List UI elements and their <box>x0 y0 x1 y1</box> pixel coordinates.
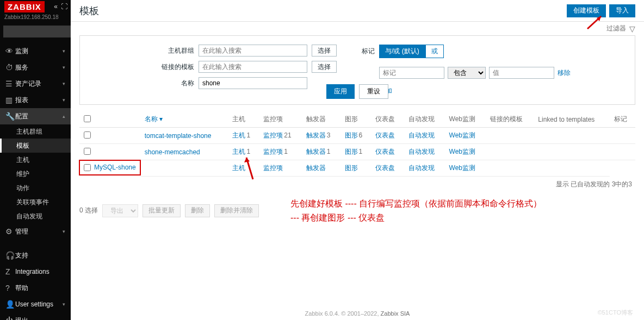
col-tags[interactable]: 标记 <box>610 111 635 128</box>
hosts-link[interactable]: 主机 <box>232 164 245 172</box>
massupdate-button[interactable]: 批量更新 <box>143 204 181 217</box>
graphs-link[interactable]: 图形 <box>345 164 358 172</box>
sub-hostgroups[interactable]: 主机群组 <box>0 124 71 139</box>
tag-or-button[interactable]: 或 <box>425 45 444 58</box>
title-actions: 创建模板 导入 <box>567 4 635 17</box>
dash-link[interactable]: 仪表盘 <box>375 164 395 172</box>
hosts-link[interactable]: 主机 <box>232 131 245 139</box>
nav-usersettings[interactable]: 👤User settings▾ <box>0 296 71 312</box>
import-button[interactable]: 导入 <box>609 4 635 17</box>
collapse-icon[interactable]: « <box>54 3 58 10</box>
fullscreen-icon[interactable]: ⛶ <box>61 3 67 10</box>
footer-link[interactable]: Zabbix SIA <box>381 310 410 317</box>
disc-link[interactable]: 自动发现 <box>408 148 435 155</box>
filter-icon[interactable]: ▽ <box>629 24 635 33</box>
web-link[interactable]: Web监测 <box>449 148 475 155</box>
triggers-link[interactable]: 触发器 <box>306 131 326 139</box>
annotation-line1: 先创建好模板 ---- 自行编写监控项（依据前面脚本和命令行格式） <box>290 197 542 211</box>
dash-link[interactable]: 仪表盘 <box>375 131 395 139</box>
bar-icon: ▥ <box>5 96 15 104</box>
col-discovery[interactable]: 自动发现 <box>404 111 445 128</box>
triggers-link[interactable]: 触发器 <box>306 148 326 155</box>
filter-linked-select[interactable]: 选择 <box>312 61 337 73</box>
nav-support-label: 支持 <box>15 251 28 260</box>
col-linked[interactable]: 链接的模板 <box>486 111 534 128</box>
nav-config[interactable]: 🔧配置▴ <box>0 108 71 124</box>
row-checkbox[interactable] <box>84 164 91 171</box>
col-graphs[interactable]: 图形 <box>340 111 371 128</box>
nav-usersettings-label: User settings <box>15 300 53 308</box>
sub-templates[interactable]: 模板 <box>0 139 71 153</box>
filter-panel: 主机群组 选择 链接的模板 选择 名称 标记 与/或 (默认) 或 <box>79 35 635 105</box>
server-label: Zabbix192.168.250.18 <box>0 13 71 23</box>
disc-link[interactable]: 自动发现 <box>408 131 435 139</box>
tag-add-link[interactable]: 添加 <box>379 86 571 96</box>
template-link[interactable]: shone-memcached <box>145 148 200 156</box>
reset-button[interactable]: 重设 <box>359 84 388 99</box>
tag-operator-select[interactable]: 包含 <box>448 67 486 79</box>
items-link[interactable]: 监控项 <box>263 164 283 172</box>
tag-name-input[interactable] <box>379 67 444 79</box>
web-link[interactable]: Web监测 <box>449 131 475 139</box>
annotation-line2: --- 再创建图形 --- 仪表盘 <box>290 211 542 225</box>
tag-input-row: 包含 移除 <box>379 67 571 79</box>
row-checkbox[interactable] <box>84 148 91 155</box>
select-all-checkbox[interactable] <box>84 115 91 122</box>
nav-help[interactable]: ?帮助 <box>0 280 71 296</box>
filter-name-input[interactable] <box>199 77 307 89</box>
help-icon: ? <box>5 284 15 292</box>
items-link[interactable]: 监控项 <box>263 131 283 139</box>
page-footer: Zabbix 6.0.4. © 2001–2022, Zabbix SIA <box>71 310 644 317</box>
sub-eventcorrelation[interactable]: 关联项事件 <box>0 195 71 209</box>
triggers-link[interactable]: 触发器 <box>306 164 326 172</box>
delete-button[interactable]: 删除 <box>185 204 210 217</box>
logo[interactable]: ZABBIX <box>4 1 45 12</box>
col-linkedto[interactable]: Linked to templates <box>534 111 610 128</box>
create-template-button[interactable]: 创建模板 <box>567 4 606 17</box>
deleteclear-button[interactable]: 删除并清除 <box>214 204 259 217</box>
template-link[interactable]: tomcat-template-shone <box>145 132 212 140</box>
disc-link[interactable]: 自动发现 <box>408 164 435 172</box>
nav-report[interactable]: ▥报表▾ <box>0 92 71 108</box>
col-triggers[interactable]: 触发器 <box>302 111 340 128</box>
sub-hosts[interactable]: 主机 <box>0 153 71 167</box>
tag-value-input[interactable] <box>489 67 554 79</box>
items-link[interactable]: 监控项 <box>263 148 283 155</box>
chevron-down-icon: ▾ <box>63 97 65 103</box>
filter-linked-input[interactable] <box>199 61 307 73</box>
nav-logout[interactable]: ⏻退出 <box>0 312 71 320</box>
tag-remove-link[interactable]: 移除 <box>558 68 571 78</box>
filter-toggle[interactable]: 过滤器 <box>606 24 626 33</box>
nav-asset[interactable]: ☰资产记录▾ <box>0 76 71 92</box>
nav-integrations[interactable]: ZIntegrations <box>0 263 71 280</box>
col-name[interactable]: 名称 ▾ <box>145 115 163 123</box>
nav-monitor[interactable]: 👁监测▾ <box>0 43 71 59</box>
nav-admin[interactable]: ⚙管理▾ <box>0 223 71 240</box>
apply-button[interactable]: 应用 <box>326 84 355 99</box>
web-link[interactable]: Web监测 <box>449 164 475 172</box>
row-checkbox[interactable] <box>84 131 91 139</box>
nav-support[interactable]: 🎧支持 <box>0 247 71 263</box>
template-link[interactable]: MySQL-shone <box>94 164 136 171</box>
col-hosts[interactable]: 主机 <box>228 111 259 128</box>
sub-maintenance[interactable]: 维护 <box>0 167 71 181</box>
table-footer: 显示 已自动发现的 3中的3 <box>71 177 644 192</box>
tag-andor-button[interactable]: 与/或 (默认) <box>379 45 425 58</box>
graphs-link[interactable]: 图形 <box>345 148 358 155</box>
dash-link[interactable]: 仪表盘 <box>375 148 395 155</box>
page-title: 模板 <box>79 4 99 17</box>
sub-discovery[interactable]: 自动发现 <box>0 209 71 223</box>
sub-actions[interactable]: 动作 <box>0 181 71 195</box>
hosts-link[interactable]: 主机 <box>232 148 245 155</box>
export-select[interactable]: 导出 <box>102 204 138 217</box>
filter-hostgroups-input[interactable] <box>199 45 307 57</box>
annotation: 先创建好模板 ---- 自行编写监控项（依据前面脚本和命令行格式） --- 再创… <box>290 197 542 224</box>
col-items[interactable]: 监控项 <box>259 111 302 128</box>
tag-eval-segment: 与/或 (默认) 或 <box>379 45 444 58</box>
col-web[interactable]: Web监测 <box>445 111 486 128</box>
power-icon: ⏻ <box>5 316 15 320</box>
graphs-link[interactable]: 图形 <box>345 131 358 139</box>
filter-hostgroups-select[interactable]: 选择 <box>312 45 337 57</box>
nav-service[interactable]: ⏱服务▾ <box>0 59 71 76</box>
col-dashboards[interactable]: 仪表盘 <box>371 111 404 128</box>
